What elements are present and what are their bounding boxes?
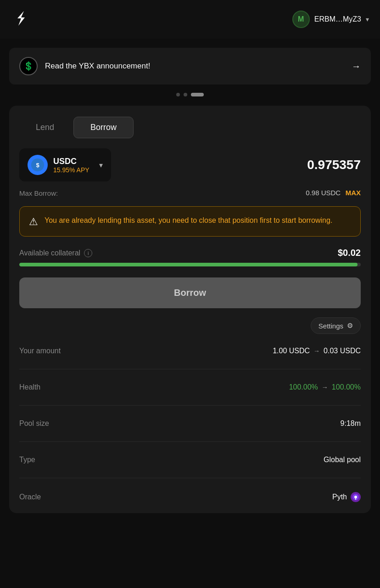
type-row: Type Global pool [19,456,361,464]
banner-text: Read the YBX announcement! [45,62,150,71]
pyth-icon [351,492,361,502]
oracle-name: Pyth [332,493,347,501]
your-amount-value: 1.00 USDC → 0.03 USDC [273,347,361,355]
max-borrow-value: 0.98 USDC [306,189,341,197]
type-label: Type [19,456,35,464]
settings-row: Settings ⚙ [19,317,361,334]
progress-fill [19,263,358,266]
amount-arrow-icon: → [313,347,320,355]
banner-icon: 💲 [19,57,38,75]
main-content: 💲 Read the YBX announcement! → Lend Borr… [0,39,380,522]
info-rows: Your amount 1.00 USDC → 0.03 USDC Health… [19,347,361,502]
max-borrow-value-group: 0.98 USDC MAX [306,189,361,197]
health-arrow-icon: → [322,384,328,391]
asset-info: USDC 15.95% APY [53,157,94,174]
asset-name: USDC [53,157,94,166]
borrow-button[interactable]: Borrow [19,277,361,308]
asset-amount: 0.975357 [307,158,361,172]
pool-size-value: 9:18m [341,419,361,428]
health-to: 100.00% [332,383,361,391]
max-button[interactable]: MAX [346,189,361,197]
oracle-label: Oracle [19,493,41,501]
wallet-dropdown[interactable]: M ERBM…MyZ3 ▾ [292,11,369,28]
chevron-down-icon: ▾ [366,16,369,23]
max-borrow-row: Max Borrow: 0.98 USDC MAX [19,189,361,197]
health-label: Health [19,383,40,391]
borrow-card: Lend Borrow $ USDC 15.95% APY ▾ 0.975357 [9,106,371,513]
settings-gear-icon: ⚙ [347,322,353,330]
type-value: Global pool [324,456,361,464]
announcement-banner[interactable]: 💲 Read the YBX announcement! → [9,48,371,85]
pool-size-row: Pool size 9:18m [19,419,361,428]
logo [11,8,31,30]
info-icon[interactable]: i [84,249,92,257]
asset-apy: 15.95% APY [53,166,94,174]
dot-2[interactable] [184,93,187,96]
collateral-value: $0.02 [338,248,361,258]
divider-2 [19,405,361,406]
collateral-progress-bar [19,263,361,266]
wallet-address: ERBM…MyZ3 [314,15,361,23]
oracle-value: Pyth [332,492,361,502]
divider-1 [19,369,361,369]
settings-button[interactable]: Settings ⚙ [311,317,361,334]
oracle-row: Oracle Pyth [19,492,361,502]
banner-arrow-icon: → [352,61,361,72]
svg-text:$: $ [36,162,39,169]
svg-point-4 [354,496,357,498]
divider-3 [19,441,361,442]
your-amount-label: Your amount [19,347,61,355]
borrow-tab[interactable]: Borrow [73,117,134,138]
warning-icon: ⚠ [29,216,38,228]
amount-to: 0.03 USDC [324,347,361,355]
settings-label: Settings [319,322,343,330]
carousel-dots [9,93,371,96]
banner-left: 💲 Read the YBX announcement! [19,57,150,75]
max-borrow-label: Max Borrow: [19,189,58,197]
divider-4 [19,478,361,478]
wallet-avatar: M [292,11,310,28]
health-row: Health 100.00% → 100.00% [19,383,361,391]
asset-row: $ USDC 15.95% APY ▾ 0.975357 [19,148,361,181]
health-value: 100.00% → 100.00% [289,383,361,391]
lend-borrow-tabs: Lend Borrow [19,117,361,138]
health-from: 100.00% [289,383,318,391]
collateral-row: Available collateral i $0.02 [19,248,361,258]
asset-selector[interactable]: $ USDC 15.95% APY ▾ [19,148,111,181]
collateral-label-row: Available collateral i [19,249,92,257]
amount-from: 1.00 USDC [273,347,310,355]
dot-1[interactable] [176,93,180,96]
warning-box: ⚠ You are already lending this asset, yo… [19,206,361,237]
dot-3-active[interactable] [191,93,204,96]
lend-tab[interactable]: Lend [19,117,71,138]
usdc-icon: $ [28,155,48,175]
collateral-label: Available collateral [19,249,80,257]
pool-size-label: Pool size [19,419,49,428]
warning-text: You are already lending this asset, you … [45,215,332,226]
header: M ERBM…MyZ3 ▾ [0,0,380,39]
your-amount-row: Your amount 1.00 USDC → 0.03 USDC [19,347,361,355]
asset-chevron-icon: ▾ [99,161,103,170]
